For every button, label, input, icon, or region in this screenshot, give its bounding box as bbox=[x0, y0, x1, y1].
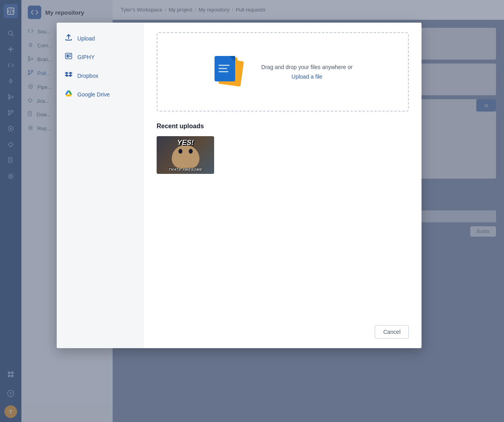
upload-menu-icon bbox=[65, 33, 73, 43]
svg-rect-49 bbox=[68, 54, 69, 58]
modal-googledrive-label: Google Drive bbox=[77, 91, 110, 98]
doc-lines bbox=[218, 65, 230, 72]
meme-bottom-text: THATS AWESOME bbox=[157, 168, 214, 171]
upload-file-link[interactable]: Upload a file bbox=[261, 73, 353, 80]
svg-rect-50 bbox=[69, 54, 71, 55]
doc-line-2 bbox=[218, 68, 227, 69]
meme-eye-left bbox=[178, 149, 182, 154]
dropzone-text: Drag and drop your files anywhere or Upl… bbox=[261, 64, 353, 80]
modal-footer: Cancel bbox=[157, 317, 409, 339]
modal-dropbox-label: Dropbox bbox=[77, 73, 98, 79]
doc-icon-front bbox=[215, 56, 235, 81]
meme-eyes bbox=[178, 149, 193, 154]
modal-upload-label: Upload bbox=[77, 35, 95, 42]
doc-line-1 bbox=[218, 65, 230, 66]
modal-menu-upload[interactable]: Upload bbox=[57, 29, 144, 48]
file-dropzone[interactable]: Drag and drop your files anywhere or Upl… bbox=[157, 32, 409, 112]
recent-upload-item[interactable]: YES! THATS AWESOME bbox=[157, 136, 214, 174]
dropbox-menu-icon bbox=[65, 71, 73, 81]
drop-main-text: Drag and drop your files anywhere or bbox=[261, 64, 353, 70]
modal-menu-googledrive[interactable]: Google Drive bbox=[57, 85, 144, 104]
upload-modal: Upload GIPHY Dropbox Google Drive bbox=[57, 23, 422, 348]
modal-sidebar: Upload GIPHY Dropbox Google Drive bbox=[57, 23, 144, 348]
giphy-menu-icon bbox=[65, 52, 73, 62]
recent-uploads-title: Recent uploads bbox=[157, 123, 409, 130]
meme-face bbox=[172, 145, 199, 169]
dropzone-illustration bbox=[213, 56, 249, 88]
meme-image: YES! THATS AWESOME bbox=[157, 136, 214, 174]
googledrive-menu-icon bbox=[65, 89, 73, 99]
meme-eye-right bbox=[189, 149, 193, 154]
modal-menu-giphy[interactable]: GIPHY bbox=[57, 48, 144, 66]
modal-menu-dropbox[interactable]: Dropbox bbox=[57, 66, 144, 85]
modal-overlay: Upload GIPHY Dropbox Google Drive bbox=[0, 0, 504, 422]
modal-giphy-label: GIPHY bbox=[77, 54, 95, 60]
doc-line-3 bbox=[218, 71, 228, 72]
recent-uploads-grid: YES! THATS AWESOME bbox=[157, 136, 409, 174]
cancel-button[interactable]: Cancel bbox=[375, 325, 409, 339]
meme-top-text: YES! bbox=[157, 139, 214, 147]
svg-rect-48 bbox=[67, 54, 68, 58]
svg-rect-51 bbox=[69, 56, 71, 57]
modal-main-content: Drag and drop your files anywhere or Upl… bbox=[144, 23, 422, 348]
